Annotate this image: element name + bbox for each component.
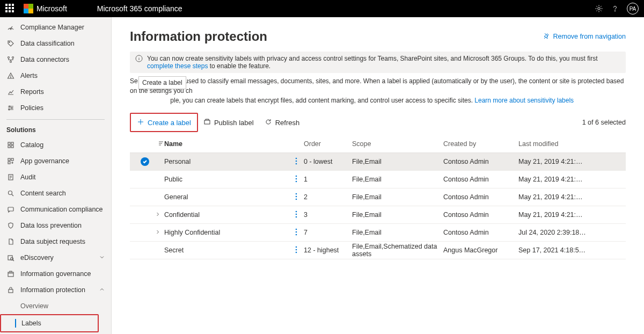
plus-icon <box>137 118 144 127</box>
table-row[interactable]: General2File,EmailContoso AdminMay 21, 2… <box>130 188 626 206</box>
sidebar-subitem-overview[interactable]: Overview <box>0 298 111 314</box>
svg-point-33 <box>296 193 297 194</box>
svg-point-6 <box>10 61 12 63</box>
page-title: Information protection <box>130 29 267 44</box>
banner-text: You can now create sensitivity labels wi… <box>147 55 620 70</box>
sidebar-item-policies[interactable]: Policies <box>0 100 111 116</box>
sidebar-item-information-governance[interactable]: Information governance <box>0 266 111 282</box>
table-row[interactable]: Secret12 - highestFile,Email,Schematized… <box>130 242 626 259</box>
table-body: Personal0 - lowestFile,EmailContoso Admi… <box>130 153 626 259</box>
row-selected-icon[interactable] <box>141 157 149 166</box>
sidebar-item-communication-compliance[interactable]: Communication compliance <box>0 201 111 217</box>
nav-divider <box>6 119 105 120</box>
svg-point-34 <box>296 195 297 197</box>
alert-icon <box>6 71 15 80</box>
avatar[interactable]: PA <box>627 3 639 14</box>
svg-point-39 <box>296 228 297 230</box>
app-title: Microsoft 365 compliance <box>97 4 182 13</box>
table-row[interactable]: Personal0 - lowestFile,EmailContoso Admi… <box>130 153 626 171</box>
row-created-by: Contoso Admin <box>443 211 518 219</box>
sidebar-item-data-subject-requests[interactable]: Data subject requests <box>0 234 111 250</box>
sidebar-item-audit[interactable]: Audit <box>0 169 111 185</box>
col-header-last-modified[interactable]: Last modified <box>518 140 610 148</box>
sidebar-item-alerts[interactable]: Alerts <box>0 68 111 84</box>
svg-point-35 <box>296 198 297 200</box>
discovery-icon <box>6 253 15 262</box>
row-order: 12 - highest <box>304 246 352 254</box>
table-header: Name Order Scope Created by Last modifie… <box>130 135 626 153</box>
sidebar-item-app-governance[interactable]: App governance <box>0 153 111 169</box>
col-header-order[interactable]: Order <box>304 140 352 148</box>
row-created-by: Contoso Admin <box>443 158 518 165</box>
row-scope: File,Email <box>352 193 443 201</box>
svg-point-4 <box>8 57 10 59</box>
row-more-icon[interactable] <box>295 157 297 166</box>
chevron-right-icon[interactable] <box>155 229 160 236</box>
sidebar-item-information-protection[interactable]: Information protection <box>0 282 111 298</box>
svg-rect-11 <box>8 142 10 144</box>
svg-point-31 <box>296 178 297 179</box>
row-last-modified: May 21, 2019 4:21:… <box>518 193 610 201</box>
row-more-icon[interactable] <box>295 228 297 237</box>
row-name: Confidential <box>164 211 200 219</box>
sidebar-item-catalog[interactable]: Catalog <box>0 137 111 153</box>
row-more-icon[interactable] <box>295 246 297 255</box>
banner-link[interactable]: complete these steps <box>147 62 208 70</box>
sidebar-item-data-classification[interactable]: Data classification <box>0 35 111 52</box>
row-more-icon[interactable] <box>295 210 297 220</box>
col-header-scope[interactable]: Scope <box>352 140 443 148</box>
sidebar-item-ediscovery[interactable]: eDiscovery <box>0 250 111 266</box>
row-order: 0 - lowest <box>304 158 352 165</box>
row-scope: File,Email <box>352 176 443 183</box>
row-more-icon[interactable] <box>295 193 297 202</box>
table-row[interactable]: Highly Confidential7File,EmailContoso Ad… <box>130 224 626 242</box>
sort-icon[interactable] <box>158 140 164 148</box>
row-order: 3 <box>304 211 352 219</box>
row-order: 7 <box>304 229 352 236</box>
remove-from-navigation-link[interactable]: Remove from navigation <box>543 32 626 41</box>
sidebar-item-reports[interactable]: Reports <box>0 84 111 100</box>
svg-point-29 <box>296 163 297 164</box>
settings-icon[interactable] <box>595 4 603 13</box>
audit-icon <box>6 173 15 181</box>
svg-point-5 <box>12 57 14 59</box>
sidebar-item-data-loss-prevention[interactable]: Data loss prevention <box>0 217 111 234</box>
row-created-by: Angus MacGregor <box>443 246 518 254</box>
table-row[interactable]: Public1File,EmailContoso AdminMay 21, 20… <box>130 171 626 188</box>
svg-point-41 <box>296 234 297 235</box>
sidebar-subitem-labels[interactable]: Labels <box>1 316 98 330</box>
sidebar-section-solutions: Solutions <box>0 123 111 137</box>
col-header-name[interactable]: Name <box>164 140 304 148</box>
row-last-modified: Jul 24, 2020 2:39:18… <box>518 229 610 236</box>
svg-point-27 <box>296 157 297 159</box>
microsoft-logo: Microsoft <box>24 4 67 13</box>
info-banner: You can now create sensitivity labels wi… <box>130 52 626 73</box>
refresh-button[interactable]: Refresh <box>259 114 305 130</box>
governance-icon <box>6 270 15 278</box>
svg-rect-23 <box>8 272 13 277</box>
svg-point-32 <box>296 180 297 182</box>
sidebar-item-content-search[interactable]: Content search <box>0 185 111 201</box>
sidebar-item-compliance-manager[interactable]: Compliance Manager <box>0 19 111 35</box>
svg-point-28 <box>296 160 297 162</box>
search-icon <box>6 189 15 198</box>
chevron-right-icon[interactable] <box>155 211 160 219</box>
learn-more-link[interactable]: Learn more about sensitivity labels <box>474 97 574 104</box>
row-last-modified: Sep 17, 2021 4:18:5… <box>518 246 610 254</box>
table-row[interactable]: Confidential3File,EmailContoso AdminMay … <box>130 206 626 224</box>
svg-rect-24 <box>9 289 13 293</box>
svg-rect-14 <box>11 146 13 148</box>
sidebar-item-data-connectors[interactable]: Data connectors <box>0 52 111 68</box>
labels-highlight-box: Labels <box>0 314 99 332</box>
row-created-by: Contoso Admin <box>443 229 518 236</box>
microsoft-logo-icon <box>24 4 33 13</box>
row-scope: File,Email <box>352 211 443 219</box>
help-icon[interactable] <box>611 4 619 13</box>
create-label-button[interactable]: Create a label <box>131 114 196 130</box>
col-header-created-by[interactable]: Created by <box>443 140 518 148</box>
svg-rect-20 <box>8 207 13 211</box>
publish-label-button[interactable]: Publish label <box>198 114 259 130</box>
row-more-icon[interactable] <box>295 175 297 184</box>
app-launcher-icon[interactable] <box>5 4 15 13</box>
svg-point-30 <box>296 175 297 177</box>
